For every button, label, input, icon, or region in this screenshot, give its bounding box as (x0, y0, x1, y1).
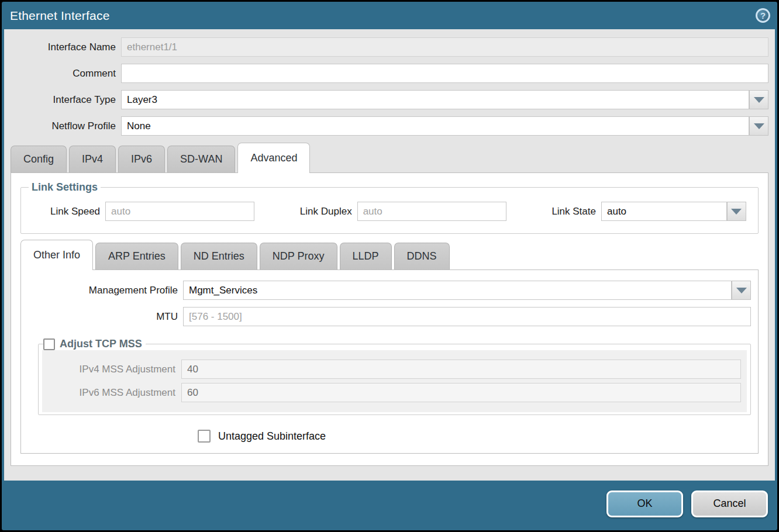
link-state-group: Link State (551, 202, 746, 221)
link-duplex-label: Link Duplex (300, 206, 357, 217)
interface-name-label: Interface Name (11, 42, 121, 53)
title-bar: Ethernet Interface ? (2, 2, 777, 29)
cancel-button[interactable]: Cancel (691, 490, 768, 517)
interface-type-field[interactable] (121, 90, 749, 109)
tab-ipv4[interactable]: IPv4 (69, 146, 116, 172)
tab-ndp-proxy[interactable]: NDP Proxy (260, 243, 337, 270)
adjust-tcp-mss-fieldset: Adjust TCP MSS IPv4 MSS Adjustment IPv6 … (38, 338, 751, 415)
tab-sd-wan-label: SD-WAN (180, 153, 222, 165)
chevron-down-icon (731, 209, 742, 215)
comment-field[interactable] (121, 64, 768, 83)
tab-other-info[interactable]: Other Info (20, 240, 93, 270)
tab-ddns-label: DDNS (407, 250, 437, 262)
link-duplex-group: Link Duplex (300, 202, 506, 221)
tab-config-label: Config (23, 153, 54, 165)
tab-lldp-label: LLDP (353, 250, 379, 262)
link-settings-legend: Link Settings (29, 181, 101, 194)
ipv4-mss-row: IPv4 MSS Adjustment (42, 360, 747, 379)
sub-tab-strip: Other Info ARP Entries ND Entries NDP Pr… (20, 240, 759, 270)
management-profile-field[interactable] (183, 281, 732, 300)
advanced-tab-panel: Link Settings Link Speed Link Duplex Lin… (11, 172, 768, 466)
ethernet-interface-dialog: Ethernet Interface ? Interface Name Comm… (2, 2, 777, 530)
dialog-title: Ethernet Interface (10, 9, 110, 23)
interface-name-row: Interface Name (11, 37, 768, 57)
chevron-down-icon (754, 97, 764, 103)
link-duplex-field[interactable] (357, 202, 506, 221)
tab-nd-entries-label: ND Entries (194, 250, 244, 262)
tab-ipv6-label: IPv6 (131, 153, 152, 165)
mtu-field[interactable] (183, 307, 751, 326)
netflow-profile-row: Netflow Profile (11, 116, 768, 136)
tab-sd-wan[interactable]: SD-WAN (167, 146, 235, 172)
ipv6-mss-label: IPv6 MSS Adjustment (42, 387, 181, 399)
screen: Ethernet Interface ? Interface Name Comm… (0, 0, 779, 532)
tab-lldp[interactable]: LLDP (340, 243, 392, 270)
mtu-row: MTU (28, 307, 751, 326)
link-state-dropdown-button[interactable] (727, 202, 746, 221)
chevron-down-icon (754, 123, 764, 129)
tab-arp-entries-label: ARP Entries (108, 250, 166, 262)
adjust-tcp-mss-legend: Adjust TCP MSS (43, 338, 146, 350)
dialog-footer: OK Cancel (2, 481, 777, 530)
link-state-field[interactable] (601, 202, 727, 221)
main-tab-strip: Config IPv4 IPv6 SD-WAN Advanced (11, 143, 768, 172)
link-speed-label: Link Speed (50, 206, 105, 217)
interface-type-row: Interface Type (11, 90, 768, 109)
link-speed-group: Link Speed (50, 202, 254, 221)
tab-ipv4-label: IPv4 (82, 153, 103, 165)
tab-advanced[interactable]: Advanced (237, 143, 310, 172)
other-info-panel: Management Profile MTU (20, 270, 759, 454)
netflow-profile-label: Netflow Profile (11, 120, 121, 132)
tab-ndp-proxy-label: NDP Proxy (273, 250, 325, 262)
ok-button[interactable]: OK (606, 490, 683, 517)
help-icon[interactable]: ? (756, 8, 770, 23)
ipv4-mss-field (181, 360, 741, 379)
management-profile-row: Management Profile (28, 281, 751, 300)
adjust-tcp-mss-legend-text: Adjust TCP MSS (60, 338, 142, 350)
ipv6-mss-field (181, 383, 741, 402)
ipv4-mss-label: IPv4 MSS Adjustment (42, 364, 181, 375)
tab-ipv6[interactable]: IPv6 (118, 146, 165, 172)
dialog-body: Interface Name Comment Interface Type (4, 29, 775, 481)
tab-nd-entries[interactable]: ND Entries (181, 243, 257, 270)
link-state-label: Link State (551, 206, 601, 217)
netflow-profile-dropdown-button[interactable] (749, 116, 768, 136)
comment-row: Comment (11, 64, 768, 83)
ipv6-mss-row: IPv6 MSS Adjustment (42, 383, 747, 402)
adjust-tcp-mss-checkbox[interactable] (43, 338, 55, 350)
interface-type-label: Interface Type (11, 94, 121, 106)
interface-name-field (121, 37, 768, 57)
link-speed-field[interactable] (105, 202, 254, 221)
management-profile-label: Management Profile (28, 285, 183, 296)
link-settings-row: Link Speed Link Duplex Link State (26, 202, 753, 221)
tab-arp-entries[interactable]: ARP Entries (95, 243, 178, 270)
netflow-profile-field[interactable] (121, 116, 749, 136)
tab-config[interactable]: Config (11, 146, 67, 172)
tab-ddns[interactable]: DDNS (394, 243, 450, 270)
untagged-subinterface-row: Untagged Subinterface (198, 430, 751, 443)
tab-other-info-label: Other Info (33, 249, 80, 261)
mss-disabled-block: IPv4 MSS Adjustment IPv6 MSS Adjustment (42, 350, 747, 412)
tab-advanced-label: Advanced (250, 152, 297, 164)
comment-label: Comment (11, 68, 121, 80)
management-profile-dropdown-button[interactable] (732, 281, 751, 300)
untagged-subinterface-checkbox[interactable] (198, 430, 211, 443)
link-settings-fieldset: Link Settings Link Speed Link Duplex Lin… (20, 181, 759, 234)
interface-type-dropdown-button[interactable] (749, 90, 768, 109)
chevron-down-icon (736, 288, 747, 293)
mtu-label: MTU (28, 311, 183, 323)
untagged-subinterface-label: Untagged Subinterface (218, 430, 326, 443)
